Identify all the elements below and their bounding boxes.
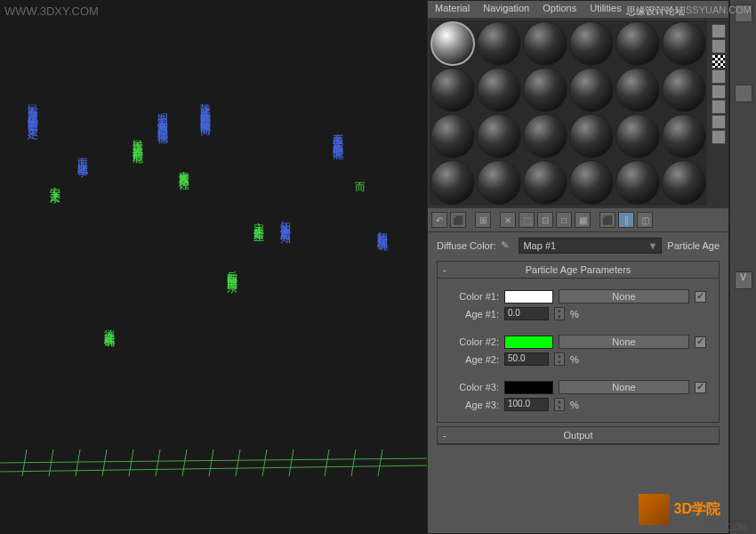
- color3-swatch[interactable]: [504, 381, 553, 394]
- get-material-icon[interactable]: ↶: [431, 212, 447, 228]
- make-unique-icon[interactable]: ⊡: [537, 212, 553, 228]
- age1-spinner[interactable]: 0.0: [504, 307, 549, 320]
- go-parent-icon[interactable]: ◫: [637, 212, 653, 228]
- map1-button[interactable]: None: [559, 289, 689, 303]
- right-tool-2[interactable]: [735, 85, 752, 102]
- svg-line-13: [325, 449, 329, 476]
- material-slot-6[interactable]: [661, 20, 707, 67]
- viewport-text-column: 民有而亲止于静陶静在而定大定: [24, 96, 41, 121]
- material-id-icon[interactable]: ▦: [575, 212, 591, 228]
- dropdown-arrow-icon: ▼: [647, 240, 657, 251]
- viewport-text-column: 知止能之定后而知: [277, 212, 294, 226]
- map2-checkbox[interactable]: [695, 336, 706, 348]
- material-slot-13[interactable]: [430, 113, 476, 159]
- preview-icon[interactable]: [712, 100, 726, 114]
- age3-spinner[interactable]: 100.0: [504, 398, 549, 411]
- age2-label: Age #2:: [450, 354, 499, 365]
- material-slot-11[interactable]: [615, 67, 661, 113]
- viewport-3d[interactable]: 民有而亲止于静陶静在而定大定安字之亲而而之能德学德之在能确民于至止静而后能明至安…: [0, 18, 427, 516]
- svg-line-5: [102, 449, 107, 476]
- map3-checkbox[interactable]: [695, 382, 706, 393]
- material-slot-20[interactable]: [476, 159, 522, 206]
- material-slot-4[interactable]: [568, 20, 615, 67]
- map2-button[interactable]: None: [559, 335, 689, 349]
- material-slot-1[interactable]: [430, 20, 476, 67]
- menu-utilities[interactable]: Utilities: [590, 3, 621, 13]
- age2-spinner[interactable]: 50.0: [504, 352, 549, 366]
- material-slot-21[interactable]: [522, 159, 568, 206]
- material-slot-9[interactable]: [522, 67, 568, 113]
- map1-checkbox[interactable]: [695, 291, 706, 303]
- svg-line-4: [76, 449, 80, 476]
- age3-spinner-buttons[interactable]: ▲▼: [554, 398, 565, 411]
- material-slot-10[interactable]: [568, 67, 615, 113]
- menu-options[interactable]: Options: [543, 3, 576, 13]
- toolbar: ↶ ⬛ ⊞ ✕ ⬚ ⊡ □ ▦ ⬛ ‖ ◫: [428, 207, 728, 232]
- svg-line-14: [351, 449, 356, 476]
- map-name-dropdown[interactable]: Map #1 ▼: [519, 238, 662, 254]
- viewport-text-column: 定止之定而止: [250, 214, 267, 224]
- material-slot-17[interactable]: [615, 113, 661, 159]
- material-slot-15[interactable]: [522, 113, 568, 159]
- menu-navigation[interactable]: Navigation: [483, 3, 529, 13]
- map3-button[interactable]: None: [559, 380, 689, 394]
- backlight-icon[interactable]: [712, 39, 726, 53]
- select-by-material-icon[interactable]: [712, 130, 726, 144]
- material-slot-23[interactable]: [615, 159, 661, 206]
- video-check-icon[interactable]: [712, 85, 726, 99]
- show-end-result-icon[interactable]: ‖: [618, 212, 634, 228]
- put-library-icon[interactable]: □: [556, 212, 572, 228]
- material-slot-7[interactable]: [430, 67, 476, 113]
- svg-line-7: [156, 449, 160, 476]
- rollout-header-particle-age[interactable]: Particle Age Parameters: [438, 262, 719, 279]
- material-slot-14[interactable]: [476, 113, 522, 159]
- options-icon[interactable]: [712, 115, 726, 129]
- material-slot-5[interactable]: [615, 20, 661, 67]
- material-editor-panel: Material Navigation Options Utilities: [427, 0, 729, 534]
- sample-type-icon[interactable]: [712, 24, 726, 38]
- ground-grid: [0, 445, 427, 481]
- logo-cube-icon: [639, 494, 670, 525]
- material-slot-19[interactable]: [430, 159, 476, 206]
- diffuse-section: Diffuse Color: ✎ Map #1 ▼ Particle Age P…: [428, 232, 728, 454]
- make-copy-icon[interactable]: ⬚: [519, 212, 535, 228]
- viewport-text-column: 安字之亲: [46, 178, 63, 185]
- material-slot-16[interactable]: [568, 113, 615, 159]
- material-slot-18[interactable]: [661, 113, 707, 159]
- material-slot-22[interactable]: [568, 159, 615, 206]
- age1-spinner-buttons[interactable]: ▲▼: [554, 307, 565, 320]
- viewport-text-column: 而而之能德学: [74, 150, 91, 160]
- sample-uv-icon[interactable]: [712, 69, 726, 84]
- reset-icon[interactable]: ✕: [500, 212, 516, 228]
- side-toolbar: [711, 23, 727, 145]
- viewport-text-column: 民于至止静而后能: [129, 132, 146, 146]
- svg-line-0: [0, 458, 427, 463]
- viewport-text-column: 而: [351, 174, 368, 175]
- output-rollout: Output: [437, 426, 720, 445]
- material-slot-3[interactable]: [522, 20, 568, 67]
- material-slot-24[interactable]: [661, 159, 707, 206]
- background-icon[interactable]: [712, 54, 726, 69]
- map-type-label: Particle Age: [667, 240, 720, 251]
- menu-material[interactable]: Material: [435, 3, 470, 13]
- rollout-header-output[interactable]: Output: [438, 427, 719, 444]
- svg-line-9: [209, 449, 213, 476]
- put-material-icon[interactable]: ⬛: [450, 212, 466, 228]
- material-slot-12[interactable]: [661, 67, 707, 113]
- watermark-top-right: WWW.MISSYUAN.COM: [645, 4, 752, 15]
- right-tool-3[interactable]: V: [735, 271, 752, 289]
- color1-swatch[interactable]: [504, 290, 553, 303]
- material-slot-8[interactable]: [476, 67, 522, 113]
- show-map-icon[interactable]: ⬛: [599, 212, 615, 228]
- logo-bottom-right: 3D学院: [639, 494, 720, 525]
- age2-spinner-buttons[interactable]: ▲▼: [554, 352, 565, 366]
- age1-label: Age #1:: [450, 309, 499, 320]
- material-slot-2[interactable]: [476, 20, 522, 67]
- svg-line-15: [378, 449, 382, 476]
- eyedropper-icon[interactable]: ✎: [501, 239, 513, 252]
- watermark-top-left: WWW.3DXY.COM: [4, 4, 99, 18]
- assign-material-icon[interactable]: ⊞: [475, 212, 491, 228]
- color2-swatch[interactable]: [504, 336, 553, 349]
- viewport-text-column: 明至安善知大静而能德能德: [154, 105, 171, 126]
- svg-line-6: [129, 449, 133, 476]
